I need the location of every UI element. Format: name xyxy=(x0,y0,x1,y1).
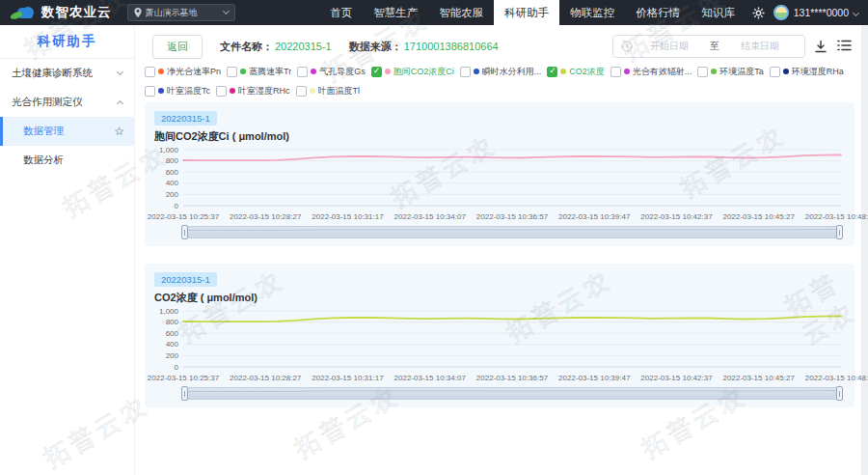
chevron-down-icon xyxy=(117,69,123,75)
checkbox[interactable] xyxy=(547,67,557,77)
checkbox[interactable] xyxy=(770,67,780,77)
date-range-picker[interactable]: 开始日期 至 结束日期 xyxy=(612,35,805,58)
legend-row: 叶室温度Tc叶室湿度RHc叶面温度Tl xyxy=(145,81,855,100)
svg-text:2022-03-15 10:39:47: 2022-03-15 10:39:47 xyxy=(558,374,631,382)
nav-item-3[interactable]: 智能农服 xyxy=(428,0,494,25)
chart-panel-intercellular-co2: 20220315-1 胞间CO2浓度Ci ( μmol/mol) 0200400… xyxy=(145,102,854,246)
checkbox[interactable] xyxy=(216,86,227,97)
top-nav-items: 首页智慧生产智能农服科研助手物联监控价格行情知识库 xyxy=(319,0,746,25)
sidebar-group-label: 土壤健康诊断系统 xyxy=(12,67,93,80)
nav-item-2[interactable]: 智慧生产 xyxy=(363,0,428,25)
line-chart: 02004006008001,0002022-03-15 10:25:37202… xyxy=(154,146,845,223)
legend-item[interactable]: 蒸腾速率Tr xyxy=(227,66,291,78)
legend-color-dot xyxy=(385,69,391,74)
nav-item-7[interactable]: 知识库 xyxy=(691,0,746,25)
checkbox[interactable] xyxy=(227,67,237,77)
checkbox[interactable] xyxy=(145,67,155,77)
location-select[interactable]: 萧山演示基地 xyxy=(127,4,235,21)
sidebar-title: 科研助手 xyxy=(0,25,134,58)
legend-item[interactable]: 叶室温度Tc xyxy=(145,85,210,98)
svg-text:2022-03-15 10:28:27: 2022-03-15 10:28:27 xyxy=(230,212,302,221)
slider-handle-left[interactable] xyxy=(181,225,188,239)
charts-area: 20220315-1 胞间CO2浓度Ci ( μmol/mol) 0200400… xyxy=(145,102,854,425)
sidebar-group-photosynthesis-meter[interactable]: 光合作用测定仪 xyxy=(0,88,134,117)
legend-item[interactable]: CO2浓度 xyxy=(547,66,605,78)
end-date-input[interactable]: 结束日期 xyxy=(723,40,797,53)
svg-text:2022-03-15 10:31:17: 2022-03-15 10:31:17 xyxy=(312,212,384,221)
slider-handle-right[interactable] xyxy=(836,225,843,239)
slider-handle-left[interactable] xyxy=(181,386,188,401)
svg-text:2022-03-15 10:34:07: 2022-03-15 10:34:07 xyxy=(394,374,467,382)
legend-label: 环境温度Ta xyxy=(719,66,764,78)
legend-color-dot xyxy=(311,69,316,74)
checkbox[interactable] xyxy=(697,67,708,77)
legend-label: 瞬时水分利用... xyxy=(482,66,542,78)
line-chart: 02004006008001,0002022-03-15 10:25:37202… xyxy=(154,307,845,384)
svg-text:600: 600 xyxy=(166,329,179,338)
checkbox[interactable] xyxy=(145,86,155,97)
svg-text:2022-03-15 10:48:17: 2022-03-15 10:48:17 xyxy=(805,374,868,382)
legend-label: 叶面温度Tl xyxy=(318,85,361,98)
legend-item[interactable]: 光合有效辐射... xyxy=(610,66,692,78)
nav-item-4[interactable]: 科研助手 xyxy=(494,0,559,25)
user-menu-chevron-icon[interactable] xyxy=(853,9,859,15)
legend-label: 蒸腾速率Tr xyxy=(249,66,291,78)
nav-item-1[interactable]: 首页 xyxy=(319,0,363,25)
sidebar: 科研助手 土壤健康诊断系统 光合作用测定仪 数据管理 ☆ 数据分析 xyxy=(0,25,135,475)
sidebar-group-soil-diagnosis[interactable]: 土壤健康诊断系统 xyxy=(0,59,134,88)
data-source-value: 1710001386810664 xyxy=(404,41,499,52)
slider-handle-right[interactable] xyxy=(836,386,843,401)
svg-text:2022-03-15 10:36:57: 2022-03-15 10:36:57 xyxy=(476,374,549,382)
chart-tag: 20220315-1 xyxy=(154,111,217,126)
list-view-icon[interactable] xyxy=(837,40,852,51)
chevron-up-icon xyxy=(117,100,123,107)
brand-logo-icon xyxy=(10,5,37,20)
chart-zoom-slider[interactable] xyxy=(183,226,841,238)
legend-color-dot xyxy=(240,69,246,74)
start-date-input[interactable]: 开始日期 xyxy=(633,40,706,53)
nav-item-6[interactable]: 价格行情 xyxy=(625,0,691,25)
sidebar-item-data-management[interactable]: 数据管理 ☆ xyxy=(0,117,134,146)
star-icon[interactable]: ☆ xyxy=(114,125,124,138)
legend-label: 气孔导度Gs xyxy=(319,66,366,78)
legend-item[interactable]: 胞间CO2浓度Ci xyxy=(371,66,454,78)
checkbox[interactable] xyxy=(296,86,307,97)
chart-zoom-slider[interactable] xyxy=(183,387,841,400)
checkbox[interactable] xyxy=(297,67,308,77)
legend-label: 叶室湿度RHc xyxy=(238,85,290,98)
back-button[interactable]: 返回 xyxy=(152,35,203,59)
download-icon[interactable] xyxy=(814,40,827,53)
legend-item[interactable]: 环境温度Ta xyxy=(697,66,764,78)
legend-item[interactable]: 瞬时水分利用... xyxy=(460,66,542,78)
legend-item[interactable]: 环境湿度RHa xyxy=(770,66,844,78)
settings-gear-icon[interactable] xyxy=(752,7,765,19)
svg-text:2022-03-15 10:25:37: 2022-03-15 10:25:37 xyxy=(148,212,220,221)
checkbox[interactable] xyxy=(610,67,621,77)
user-phone[interactable]: 131****0000 xyxy=(794,7,849,18)
legend-row: 净光合速率Pn蒸腾速率Tr气孔导度Gs胞间CO2浓度Ci瞬时水分利用...CO2… xyxy=(145,62,855,81)
legend-item[interactable]: 净光合速率Pn xyxy=(145,66,221,78)
checkbox[interactable] xyxy=(371,67,382,77)
sidebar-group-label: 光合作用测定仪 xyxy=(12,96,83,109)
checkbox[interactable] xyxy=(460,67,471,77)
svg-text:2022-03-15 10:25:37: 2022-03-15 10:25:37 xyxy=(148,374,220,382)
legend-label: 净光合速率Pn xyxy=(167,66,221,78)
legend-color-dot xyxy=(560,69,566,74)
legend-item[interactable]: 叶面温度Tl xyxy=(296,85,361,98)
slider-data-shadow xyxy=(184,227,840,238)
nav-item-5[interactable]: 物联监控 xyxy=(559,0,625,25)
user-avatar[interactable] xyxy=(773,5,789,20)
chart-title: 胞间CO2浓度Ci ( μmol/mol) xyxy=(154,129,845,144)
svg-text:200: 200 xyxy=(166,190,179,199)
legend-label: 光合有效辐射... xyxy=(633,66,692,78)
svg-text:2022-03-15 10:39:47: 2022-03-15 10:39:47 xyxy=(558,212,631,221)
legend-color-dot xyxy=(230,88,235,94)
svg-text:2022-03-15 10:48:17: 2022-03-15 10:48:17 xyxy=(805,212,868,221)
svg-text:2022-03-15 10:42:37: 2022-03-15 10:42:37 xyxy=(640,212,713,221)
sidebar-item-data-analysis[interactable]: 数据分析 xyxy=(0,146,134,175)
chart-panel-co2: 20220315-1 CO2浓度 ( μmol/mol) 02004006008… xyxy=(145,264,854,407)
svg-text:800: 800 xyxy=(166,318,179,326)
legend-item[interactable]: 叶室湿度RHc xyxy=(216,85,290,98)
series-legend: 净光合速率Pn蒸腾速率Tr气孔导度Gs胞间CO2浓度Ci瞬时水分利用...CO2… xyxy=(145,62,855,100)
legend-item[interactable]: 气孔导度Gs xyxy=(297,66,366,78)
